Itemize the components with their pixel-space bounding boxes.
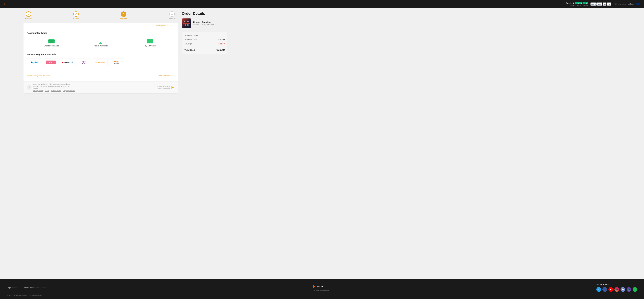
popular-paysafe[interactable]: ■paysafecard [60, 58, 75, 66]
payment-methods-grid: Credit/Debit Cards Mobile Payments $ [27, 37, 174, 49]
cc-icon [48, 39, 55, 44]
step-line-2 [80, 14, 119, 14]
total-value: €35.49 [216, 48, 225, 52]
paysafe-logo: ■paysafecard [62, 62, 72, 63]
payment-more-text: +655 other payment Methods [614, 3, 634, 5]
products-cost-label: Products Cost [184, 38, 197, 41]
cash-icon: $ [146, 39, 153, 44]
main-wrapper: ✓ Register ✓ Account 3 Payment 4 Downloa… [0, 8, 644, 280]
svg-marker-9 [314, 285, 315, 288]
total-label: Total Cost [184, 49, 195, 51]
show-more-methods-link[interactable]: Show More Methods [158, 74, 174, 77]
popular-eps[interactable]: eps [76, 58, 91, 66]
spotify-icon[interactable]: ♪ [632, 287, 637, 292]
trustpilot-area: Excellent ★ ★ ★ ★ ★ 2,826 reviews on Tru… [566, 2, 588, 6]
sofort-logo: sofort. [46, 60, 56, 64]
header-right: Excellent ★ ★ ★ ★ ★ 2,826 reviews on Tru… [566, 2, 640, 6]
footer-bottom: © 2021 OWN3D Media GmbH all rights reser… [7, 294, 637, 296]
payment-method-cash[interactable]: $ Pay with Cash [125, 37, 174, 49]
products-cost-value: €70.99 [218, 38, 225, 41]
visa-logo-header: VISA [597, 2, 602, 6]
instagram-icon[interactable]: 📷 [614, 287, 619, 292]
popular-paymobile[interactable]: Pay by Mobile [109, 58, 124, 66]
payment-card-header: My Payment Accounts [24, 23, 178, 28]
product-thumb-label: RODAN [184, 20, 189, 23]
products-count-label: Products Count [184, 34, 198, 37]
step-download-circle: 4 [170, 12, 175, 17]
footer-social: 𝕏 f ▶ 📷 💬 📺 ♪ [596, 287, 637, 292]
svg-text:OWN3D: OWN3D [316, 286, 323, 288]
legal-notice-link[interactable]: Legal Notice [7, 286, 17, 288]
star-4: ★ [583, 2, 585, 4]
footer-copyright: © 2021 OWN3D Media GmbH all rights reser… [7, 294, 44, 296]
step-register-label: Register [25, 18, 32, 20]
center-content: ✓ Register ✓ Account 3 Payment 4 Downloa… [24, 8, 178, 280]
step-payment-label: Payment [120, 18, 127, 20]
cc-label: Credit/Debit Cards [44, 45, 59, 47]
terms-link[interactable]: General Terms & Conditions [23, 286, 46, 288]
payment-method-cc[interactable]: Credit/Debit Cards [27, 37, 76, 49]
summary-row-cost: Products Cost €70.99 [184, 38, 225, 41]
product-type: Stream Overlay Package [193, 24, 214, 26]
twitter-icon[interactable]: 𝕏 [596, 287, 601, 292]
mobile-dot [100, 42, 101, 43]
eps-triangles [82, 63, 86, 64]
privacy-policy-link[interactable]: Privacy Policy [33, 90, 42, 92]
step-line-1 [33, 14, 72, 14]
svg-rect-2 [4, 4, 4, 4]
facebook-icon[interactable]: f [602, 287, 607, 292]
popular-paypal[interactable]: PayPal [27, 58, 42, 66]
footer-divider-1: | [20, 286, 20, 288]
products-count-value: 1 [224, 34, 225, 37]
pay-mobile-logo: Pay by Mobile [114, 60, 119, 64]
eps-logo: eps [82, 60, 86, 64]
popular-sofort[interactable]: sofort. [43, 58, 58, 66]
summary-row-count: Products Count 1 [184, 34, 225, 37]
my-payment-accounts-link[interactable]: My Payment Accounts [156, 24, 174, 26]
star-1: ★ [575, 2, 577, 4]
step-account-circle: ✓ [73, 12, 79, 17]
youtube-icon[interactable]: ▶ [608, 287, 613, 292]
step-payment-circle: 3 [121, 12, 126, 17]
twitch-icon[interactable]: 📺 [626, 287, 631, 292]
xsolla-left: ? Xsolla is an authorized video game sof… [27, 83, 75, 92]
xsolla-right: © 2006-2022 Xsolla Secure Connection 🔒 [157, 86, 174, 89]
svg-marker-7 [82, 63, 84, 64]
footer-top: Legal Notice | General Terms & Condition… [7, 284, 637, 292]
summary-row-savings: Savings - €35.50 [184, 42, 225, 45]
refund-policy-link[interactable]: Refund Policy [51, 90, 61, 92]
popular-methods-title: Popular Payment Methods [27, 53, 174, 56]
footer-logo: OWN3D [313, 284, 330, 289]
xsolla-secure: Secure Connection [157, 87, 170, 89]
discord-icon[interactable]: 💬 [620, 287, 625, 292]
summary-total: Total Cost €35.49 [184, 48, 225, 52]
step-register: ✓ Register [25, 12, 32, 20]
page-footer: Legal Notice | General Terms & Condition… [0, 280, 644, 299]
product-thumbnail: RODAN [182, 18, 191, 28]
social-media-label: Social Media [596, 284, 608, 286]
eula-link[interactable]: EULA [45, 90, 49, 92]
back-to-payment-link[interactable]: < Back to payment accounts [27, 74, 50, 77]
step-account-label: Account [72, 18, 79, 20]
xsolla-icon: ? [27, 85, 32, 90]
svg-marker-8 [84, 63, 86, 64]
payment-method-mobile[interactable]: Mobile Payments [76, 37, 125, 49]
progress-bar: ✓ Register ✓ Account 3 Payment 4 Downloa… [24, 12, 178, 20]
language-flag[interactable] [636, 3, 640, 5]
order-details-title: Order Details [182, 12, 228, 16]
payment-methods-title: Payment Methods [27, 32, 174, 34]
payment-card-body: Payment Methods Credit/Debit Cards [24, 28, 178, 72]
svg-rect-4 [50, 40, 54, 43]
payment-card: My Payment Accounts Payment Methods Cred… [24, 23, 178, 93]
paypal-logo: PayPal [31, 61, 38, 64]
payment-logos: PayPal VISA MC Pay [590, 2, 611, 6]
xsolla-copyright: © 2006-2022 Xsolla [157, 86, 170, 87]
svg-rect-6 [50, 42, 51, 42]
footer-links-left: Legal Notice | General Terms & Condition… [7, 286, 46, 288]
popular-amazon[interactable]: amazonpay [92, 58, 108, 66]
legal-agreements-link[interactable]: Legal Agreements [63, 90, 75, 92]
popular-section: Popular Payment Methods PayPal sofort. [27, 53, 174, 66]
step-line-3 [128, 14, 167, 14]
own3d-logo[interactable]: OWN3D [4, 1, 10, 7]
step-download: 4 Download [168, 12, 176, 20]
